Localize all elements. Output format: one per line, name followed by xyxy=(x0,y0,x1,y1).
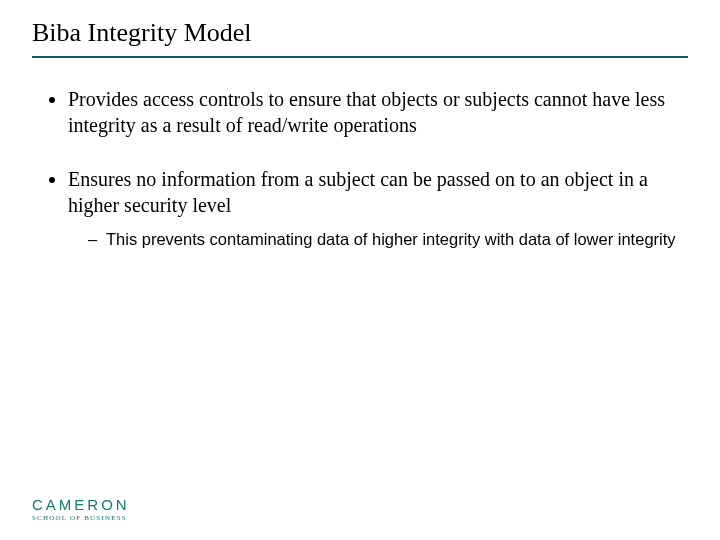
logo-subtitle: School of Business xyxy=(32,514,130,522)
slide-title: Biba Integrity Model xyxy=(32,18,688,48)
bullet-text: Ensures no information from a subject ca… xyxy=(68,168,648,216)
logo-name: CAMERON xyxy=(32,496,130,513)
bullet-list: Provides access controls to ensure that … xyxy=(32,86,688,250)
logo: CAMERON School of Business xyxy=(32,496,130,522)
bullet-item: Ensures no information from a subject ca… xyxy=(68,166,688,250)
sub-bullet-item: This prevents contaminating data of high… xyxy=(88,228,688,250)
bullet-text: Provides access controls to ensure that … xyxy=(68,88,665,136)
sub-bullet-list: This prevents contaminating data of high… xyxy=(68,228,688,250)
sub-bullet-text: This prevents contaminating data of high… xyxy=(106,230,676,248)
slide: Biba Integrity Model Provides access con… xyxy=(0,0,720,540)
bullet-item: Provides access controls to ensure that … xyxy=(68,86,688,138)
title-underline xyxy=(32,56,688,58)
